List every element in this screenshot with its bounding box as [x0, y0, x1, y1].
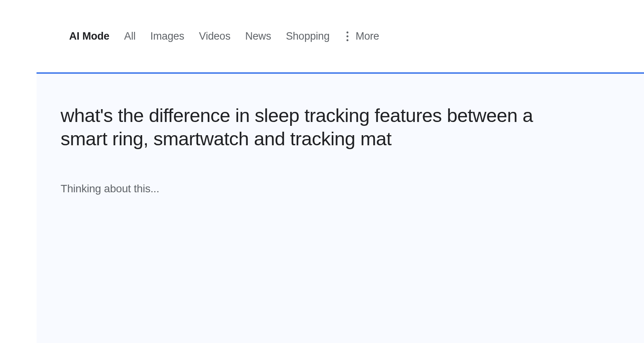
- tab-more-label: More: [355, 30, 379, 42]
- search-query-text: what's the difference in sleep tracking …: [61, 104, 534, 151]
- tab-all[interactable]: All: [124, 30, 136, 42]
- thinking-status: Thinking about this...: [61, 183, 620, 195]
- ai-content-panel: what's the difference in sleep tracking …: [37, 72, 644, 343]
- tab-ai-mode[interactable]: AI Mode: [69, 30, 110, 42]
- more-group[interactable]: More: [346, 30, 379, 42]
- search-tabs: AI Mode All Images Videos News Shopping …: [0, 0, 644, 72]
- tab-shopping[interactable]: Shopping: [286, 30, 330, 42]
- tab-images[interactable]: Images: [150, 30, 184, 42]
- tab-news[interactable]: News: [245, 30, 271, 42]
- tab-videos[interactable]: Videos: [199, 30, 230, 42]
- more-vert-icon: [346, 31, 348, 41]
